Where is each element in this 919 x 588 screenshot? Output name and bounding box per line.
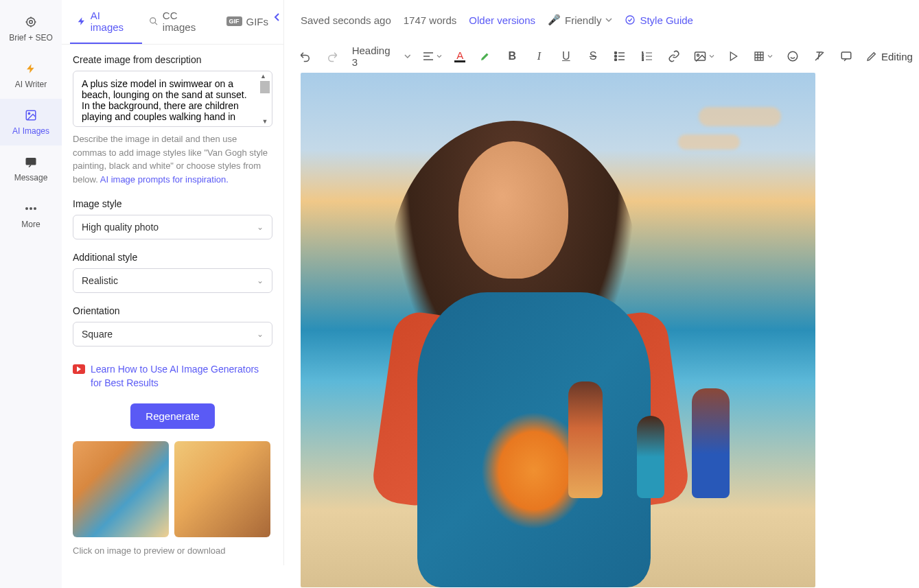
regenerate-button[interactable]: Regenerate	[130, 403, 214, 429]
style-select[interactable]: High quality photo ⌄	[73, 215, 272, 239]
svg-point-5	[25, 207, 28, 210]
image-icon	[694, 51, 706, 62]
undo-button[interactable]	[298, 49, 312, 64]
link-button[interactable]	[666, 49, 681, 64]
nav-ai-writer[interactable]: AI Writer	[0, 52, 62, 99]
clear-format-button[interactable]	[812, 49, 826, 64]
tab-cc-images[interactable]: CC images	[142, 0, 219, 44]
svg-rect-18	[755, 52, 763, 60]
image-insert-button[interactable]	[694, 51, 714, 62]
italic-button[interactable]: I	[532, 49, 546, 64]
result-thumb-1[interactable]	[73, 441, 169, 537]
bold-button[interactable]: B	[505, 49, 520, 64]
chevron-down-icon: ⌄	[257, 276, 264, 285]
chevron-down-icon: ⌄	[257, 222, 264, 232]
svg-point-11	[615, 56, 617, 58]
select-value: High quality photo	[82, 222, 159, 233]
pencil-icon	[866, 51, 877, 62]
editor-canvas[interactable]	[284, 73, 919, 588]
comment-button[interactable]	[839, 49, 854, 64]
editor-topbar: Saved seconds ago 1747 words Older versi…	[284, 0, 919, 40]
description-hint: Describe the image in detail and then us…	[73, 132, 272, 186]
table-button[interactable]	[754, 51, 773, 62]
nav-brief-seo[interactable]: Brief + SEO	[0, 5, 62, 52]
comment-icon	[840, 50, 852, 62]
panel-tabs: AI images CC images GIF GIFs	[62, 0, 283, 45]
svg-point-17	[697, 54, 699, 56]
target-icon	[24, 15, 38, 29]
tab-label: AI images	[91, 10, 135, 33]
bullet-list-button[interactable]	[613, 49, 627, 64]
nav-more[interactable]: More	[0, 192, 62, 239]
older-versions-link[interactable]: Older versions	[469, 14, 535, 26]
generated-image[interactable]	[301, 73, 815, 587]
word-count: 1747 words	[404, 14, 457, 26]
nav-ai-images[interactable]: AI Images	[0, 99, 62, 145]
gif-badge-icon: GIF	[226, 16, 242, 26]
svg-point-1	[30, 21, 33, 24]
chevron-down-icon	[437, 54, 442, 58]
text-color-button[interactable]: A	[454, 50, 465, 62]
number-list-button[interactable]: 123	[640, 49, 654, 64]
redo-button[interactable]	[325, 49, 339, 64]
results-thumbnails	[73, 441, 272, 537]
ai-images-panel: AI images CC images GIF GIFs Create imag…	[62, 0, 284, 565]
orientation-select[interactable]: Square ⌄	[73, 322, 272, 346]
select-value: Realistic	[82, 275, 118, 286]
chevron-down-icon	[767, 54, 773, 58]
chevron-down-icon: ⌄	[257, 329, 264, 339]
collapse-panel-button[interactable]	[269, 7, 286, 27]
chevron-down-icon	[605, 17, 612, 23]
video-button[interactable]	[727, 49, 741, 64]
emoji-button[interactable]	[785, 49, 800, 64]
highlighter-icon	[479, 50, 491, 62]
bolt-icon	[24, 62, 38, 75]
result-thumb-2[interactable]	[174, 441, 270, 537]
svg-point-6	[30, 207, 32, 210]
chevron-left-icon	[274, 12, 281, 22]
image-icon	[24, 108, 38, 122]
table-icon	[754, 51, 765, 62]
editor-main: Saved seconds ago 1747 words Older versi…	[284, 0, 919, 588]
prompts-link[interactable]: AI image prompts for inspiration.	[100, 174, 229, 185]
align-left-icon	[423, 51, 434, 61]
thumb-hint: Click on image to preview or download	[73, 545, 272, 556]
svg-point-12	[615, 59, 617, 61]
description-input[interactable]	[73, 71, 272, 124]
svg-point-0	[27, 18, 35, 26]
highlight-button[interactable]	[478, 49, 492, 64]
bolt-icon	[77, 16, 86, 26]
tab-ai-images[interactable]: AI images	[70, 0, 142, 44]
check-circle-icon	[625, 14, 636, 25]
style-guide-link[interactable]: Style Guide	[625, 14, 693, 26]
additional-style-label: Additional style	[73, 252, 272, 263]
style-label: Image style	[73, 198, 272, 209]
svg-rect-4	[26, 158, 36, 165]
clear-format-icon	[813, 50, 826, 62]
svg-rect-20	[842, 52, 852, 59]
underline-button[interactable]: U	[559, 49, 573, 64]
left-nav: Brief + SEO AI Writer AI Images Message …	[0, 0, 62, 588]
additional-style-select[interactable]: Realistic ⌄	[73, 268, 272, 293]
link-icon	[668, 50, 680, 62]
orientation-label: Orientation	[73, 305, 272, 316]
align-picker[interactable]	[423, 51, 442, 61]
svg-text:3: 3	[642, 58, 644, 61]
tab-gifs[interactable]: GIF GIFs	[220, 6, 276, 38]
nav-message[interactable]: Message	[0, 145, 62, 192]
strikethrough-button[interactable]: S	[585, 49, 600, 64]
nav-label: Message	[14, 173, 48, 183]
svg-point-8	[150, 18, 156, 23]
svg-point-3	[28, 113, 30, 114]
play-icon	[728, 51, 739, 62]
heading-select[interactable]: Heading 3	[352, 45, 411, 68]
select-value: Square	[82, 329, 113, 340]
textarea-scrollbar[interactable]: ▲ ▼	[259, 73, 270, 125]
saved-status: Saved seconds ago	[301, 14, 391, 26]
svg-point-9	[626, 16, 634, 24]
learn-link[interactable]: Learn How to Use AI Image Generators for…	[73, 363, 272, 390]
tone-picker[interactable]: 🎤 Friendly	[548, 14, 612, 26]
more-icon	[24, 202, 38, 215]
editing-mode-button[interactable]: Editing	[866, 51, 913, 62]
svg-point-10	[615, 52, 617, 54]
